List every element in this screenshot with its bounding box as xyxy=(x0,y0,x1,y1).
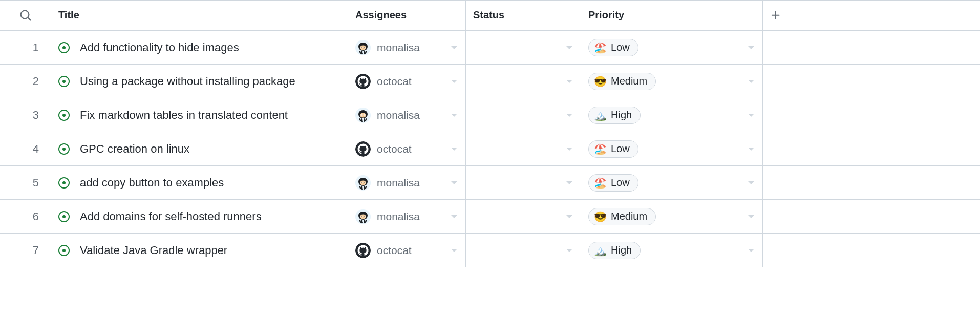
table-row[interactable]: 4GPC creation on linuxoctocat🏖️Low xyxy=(0,132,980,166)
column-header-title[interactable]: Title xyxy=(51,1,348,30)
priority-label: Low xyxy=(611,143,630,155)
chevron-down-icon xyxy=(451,80,457,83)
chevron-down-icon xyxy=(566,215,572,218)
priority-cell[interactable]: 😎Medium xyxy=(581,200,763,233)
priority-pill: 🏖️Low xyxy=(588,39,638,56)
chevron-down-icon xyxy=(451,114,457,117)
trailing-cell xyxy=(763,31,980,64)
column-header-priority[interactable]: Priority xyxy=(581,1,763,30)
table-row[interactable]: 2Using a package without installing pack… xyxy=(0,65,980,98)
issue-open-icon xyxy=(58,110,70,121)
title-cell[interactable]: add copy button to examples xyxy=(51,166,348,199)
row-number: 2 xyxy=(0,65,51,98)
row-number: 4 xyxy=(0,132,51,165)
row-number: 6 xyxy=(0,200,51,233)
title-cell[interactable]: Validate Java Gradle wrapper xyxy=(51,234,348,267)
avatar xyxy=(355,209,371,224)
assignee-name: monalisa xyxy=(377,109,420,121)
avatar xyxy=(355,108,371,123)
chevron-down-icon xyxy=(748,215,754,218)
plus-icon xyxy=(770,10,781,21)
avatar xyxy=(355,141,371,157)
title-cell[interactable]: Using a package without installing packa… xyxy=(51,65,348,98)
title-cell[interactable]: Fix markdown tables in translated conten… xyxy=(51,98,348,132)
table-row[interactable]: 6Add domains for self-hosted runnersmona… xyxy=(0,200,980,234)
column-header-label: Assignees xyxy=(355,9,407,21)
title-cell[interactable]: Add domains for self-hosted runners xyxy=(51,200,348,233)
assignees-cell[interactable]: monalisa xyxy=(348,166,466,199)
chevron-down-icon xyxy=(451,148,457,151)
table-row[interactable]: 3Fix markdown tables in translated conte… xyxy=(0,98,980,132)
trailing-cell xyxy=(763,200,980,233)
assignees-cell[interactable]: octocat xyxy=(348,132,466,165)
trailing-cell xyxy=(763,98,980,132)
assignees-cell[interactable]: monalisa xyxy=(348,200,466,233)
chevron-down-icon xyxy=(451,249,457,252)
priority-label: Low xyxy=(611,177,630,189)
priority-label: Low xyxy=(611,41,630,53)
priority-label: Medium xyxy=(611,211,647,222)
chevron-down-icon xyxy=(748,249,754,252)
chevron-down-icon xyxy=(566,46,572,49)
row-number: 3 xyxy=(0,98,51,132)
chevron-down-icon xyxy=(566,148,572,151)
status-cell[interactable] xyxy=(466,98,581,132)
priority-emoji-icon: 🏔️ xyxy=(594,244,607,257)
table-row[interactable]: 5add copy button to examplesmonalisa🏖️Lo… xyxy=(0,166,980,200)
priority-cell[interactable]: 🏖️Low xyxy=(581,31,763,64)
avatar xyxy=(355,243,371,258)
priority-cell[interactable]: 🏔️High xyxy=(581,234,763,267)
column-header-status[interactable]: Status xyxy=(466,1,581,30)
status-cell[interactable] xyxy=(466,234,581,267)
issue-open-icon xyxy=(58,211,70,222)
priority-emoji-icon: 🏔️ xyxy=(594,109,607,121)
priority-pill: 😎Medium xyxy=(588,208,656,225)
table-header-row: Title Assignees Status Priority xyxy=(0,0,980,31)
priority-cell[interactable]: 🏔️High xyxy=(581,98,763,132)
assignees-cell[interactable]: octocat xyxy=(348,65,466,98)
chevron-down-icon xyxy=(748,46,754,49)
status-cell[interactable] xyxy=(466,132,581,165)
table-row[interactable]: 7Validate Java Gradle wrapperoctocat🏔️Hi… xyxy=(0,234,980,267)
issue-title: GPC creation on linux xyxy=(80,142,189,156)
priority-cell[interactable]: 😎Medium xyxy=(581,65,763,98)
issue-open-icon xyxy=(58,245,70,256)
row-number: 1 xyxy=(0,31,51,64)
title-cell[interactable]: Add functionality to hide images xyxy=(51,31,348,64)
status-cell[interactable] xyxy=(466,200,581,233)
trailing-cell xyxy=(763,166,980,199)
assignees-cell[interactable]: monalisa xyxy=(348,98,466,132)
priority-pill: 🏖️Low xyxy=(588,140,638,158)
chevron-down-icon xyxy=(451,181,457,184)
issue-open-icon xyxy=(58,143,70,155)
status-cell[interactable] xyxy=(466,166,581,199)
add-column-button[interactable] xyxy=(763,1,980,30)
issue-title: Using a package without installing packa… xyxy=(80,75,295,88)
issue-open-icon xyxy=(58,76,70,87)
trailing-cell xyxy=(763,234,980,267)
project-table: Title Assignees Status Priority 1Add fun… xyxy=(0,0,980,267)
issue-title: Add domains for self-hosted runners xyxy=(80,210,262,223)
priority-cell[interactable]: 🏖️Low xyxy=(581,166,763,199)
avatar xyxy=(355,40,371,55)
priority-emoji-icon: 🏖️ xyxy=(594,41,607,54)
column-header-label: Title xyxy=(58,9,79,21)
status-cell[interactable] xyxy=(466,31,581,64)
column-header-assignees[interactable]: Assignees xyxy=(348,1,466,30)
issue-title: add copy button to examples xyxy=(80,176,224,190)
priority-pill: 🏔️High xyxy=(588,242,641,259)
status-cell[interactable] xyxy=(466,65,581,98)
table-row[interactable]: 1Add functionality to hide imagesmonalis… xyxy=(0,31,980,65)
priority-cell[interactable]: 🏖️Low xyxy=(581,132,763,165)
assignees-cell[interactable]: octocat xyxy=(348,234,466,267)
column-header-label: Priority xyxy=(588,9,624,21)
assignees-cell[interactable]: monalisa xyxy=(348,31,466,64)
issue-title: Add functionality to hide images xyxy=(80,41,239,54)
title-cell[interactable]: GPC creation on linux xyxy=(51,132,348,165)
chevron-down-icon xyxy=(566,114,572,117)
search-icon xyxy=(19,9,32,22)
priority-label: High xyxy=(611,244,632,256)
search-header-cell[interactable] xyxy=(0,1,51,30)
chevron-down-icon xyxy=(566,80,572,83)
priority-emoji-icon: 🏖️ xyxy=(594,177,607,189)
